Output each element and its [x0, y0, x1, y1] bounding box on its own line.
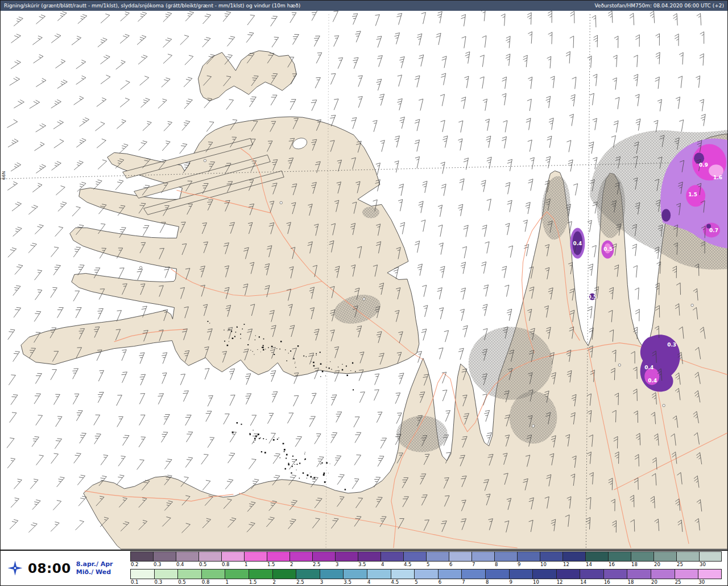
scale-cell: 0.1 — [130, 569, 154, 585]
precip-value-label: 0.4 — [648, 378, 657, 383]
map-header: Rigning/skúrir (grænt/blátt/rautt - mm/1… — [1, 1, 727, 11]
scale-value: 9 — [509, 579, 533, 585]
scale-value: 7 — [461, 579, 485, 585]
scale-swatch — [562, 551, 585, 562]
scale-cell: 4 — [367, 569, 391, 585]
scale-swatch — [249, 569, 272, 579]
legend-title: Rigning/skúrir (grænt/blátt/rautt - mm/1… — [4, 3, 300, 9]
scale-value: 2 — [272, 579, 296, 585]
scale-value: 2.5 — [296, 579, 320, 585]
scale-value: 4.5 — [403, 562, 426, 567]
station-marker — [532, 425, 534, 427]
scale-value: 4 — [367, 579, 391, 585]
scale-value: 20 — [653, 562, 676, 567]
scale-cell: 12 — [556, 569, 580, 585]
scale-swatch — [358, 551, 380, 562]
scale-cell: 2 — [272, 569, 296, 585]
scale-value: 1.5 — [249, 579, 272, 585]
scale-cell: 30 — [698, 569, 722, 585]
scale-value: 16 — [603, 579, 627, 585]
scale-cell: 4.5 — [391, 569, 415, 585]
scale-cell: 25 — [675, 569, 698, 585]
scale-swatch — [540, 551, 562, 562]
scale-value: 0.4 — [176, 562, 198, 567]
date-month: 8.apr./ Apr — [76, 560, 113, 568]
scale-swatch — [698, 569, 722, 579]
station-marker — [663, 405, 665, 407]
scale-cell: 1.5 — [267, 551, 289, 567]
scale-swatch — [367, 569, 391, 579]
scale-value: 0.8 — [201, 579, 225, 585]
scale-value: 0.3 — [153, 562, 176, 567]
scale-value: 7 — [471, 562, 494, 567]
scale-cell: 10 — [540, 551, 562, 567]
scale-cell: 3 — [335, 551, 358, 567]
scale-swatch — [509, 569, 533, 579]
scale-swatch — [154, 569, 178, 579]
scale-value: 14 — [585, 562, 608, 567]
scale-cell: 20 — [653, 551, 676, 567]
scale-swatch — [653, 551, 676, 562]
scale-swatch — [494, 551, 517, 562]
scale-swatch — [485, 569, 509, 579]
scale-swatch — [699, 551, 722, 562]
scale-cell: 25 — [676, 551, 699, 567]
scale-cell: 0.8 — [221, 551, 244, 567]
scale-value: 14 — [580, 579, 603, 585]
scale-swatch — [556, 569, 580, 579]
scale-swatch — [461, 569, 485, 579]
station-marker — [691, 304, 693, 306]
scale-value: 18 — [631, 562, 653, 567]
scale-swatch — [267, 551, 289, 562]
scale-value: 12 — [562, 562, 585, 567]
scale-swatch — [449, 551, 471, 562]
scale-cell: 16 — [608, 551, 631, 567]
scale-swatch — [631, 551, 653, 562]
scale-swatch — [153, 551, 176, 562]
scale-swatch — [198, 551, 221, 562]
scale-swatch — [177, 569, 201, 579]
station-marker — [139, 266, 142, 269]
scale-cell: 5 — [426, 551, 449, 567]
scale-value: 8 — [485, 579, 509, 585]
scale-swatch — [296, 569, 320, 579]
scale-value: 2.5 — [312, 562, 335, 567]
scale-cell: 4 — [380, 551, 403, 567]
scale-cell: 14 — [585, 551, 608, 567]
scale-value: 2 — [289, 562, 312, 567]
scale-cell: 4.5 — [403, 551, 426, 567]
scale-swatch — [221, 551, 244, 562]
scale-value: 6 — [438, 579, 462, 585]
scale-cell: 0.5 — [177, 569, 201, 585]
scale-cell: 3 — [320, 569, 344, 585]
scale-value: 10 — [532, 579, 556, 585]
forecast-time: 08:00 — [28, 561, 71, 576]
map-canvas: 0.91.61.50.70.40.50.50.30.40.466N — [1, 11, 727, 550]
scale-swatch — [391, 569, 415, 579]
scale-swatch — [627, 569, 651, 579]
precip-value-label: 0.5 — [588, 294, 597, 300]
scale-cell: 7 — [471, 551, 494, 567]
scale-swatch — [675, 569, 698, 579]
scale-cell: 2 — [289, 551, 312, 567]
scale-swatch — [426, 551, 449, 562]
scale-swatch — [517, 551, 540, 562]
scale-cell: 3.5 — [358, 551, 380, 567]
scale-swatch — [130, 551, 153, 562]
latitude-label: 66N — [1, 171, 6, 180]
scale-value: 3.5 — [358, 562, 380, 567]
scale-swatch — [438, 569, 462, 579]
scale-swatch — [312, 551, 335, 562]
date-weekday: Mið./ Wed — [76, 568, 113, 576]
scale-value: 25 — [676, 562, 699, 567]
scale-swatch — [414, 569, 438, 579]
scale-cell: 10 — [532, 569, 556, 585]
precip-scale-sleet-snow: 0.20.30.40.50.811.522.533.544.5567891012… — [130, 551, 722, 567]
scale-swatch — [676, 551, 699, 562]
scale-cell: 7 — [461, 569, 485, 585]
scale-cell: 0.5 — [198, 551, 221, 567]
scale-value: 3 — [335, 562, 358, 567]
scale-value: 18 — [627, 579, 651, 585]
precip-value-label: 0.3 — [667, 342, 676, 348]
scale-value: 3 — [320, 579, 344, 585]
